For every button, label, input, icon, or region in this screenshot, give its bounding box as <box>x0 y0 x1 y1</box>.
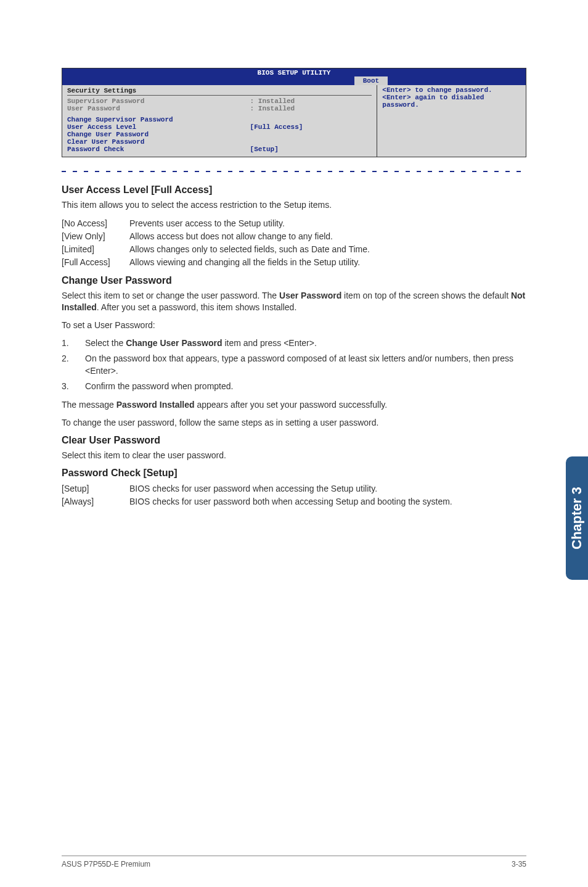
t: item on top of the screen shows the defa… <box>341 291 511 300</box>
t-bold: User Password <box>279 291 341 300</box>
bios-row-change-user: Change User Password <box>67 131 372 138</box>
t-bold: Password Installed <box>116 400 195 410</box>
def-desc: Allows changes only to selected fields, … <box>129 243 526 256</box>
bios-help-text: <Enter> to change password. <Enter> agai… <box>382 86 521 109</box>
bios-row-userpwd: User Password : Installed <box>67 105 372 112</box>
bios-row-pwd-check: Password Check [Setup] <box>67 146 372 153</box>
bios-body: Security Settings Supervisor Password : … <box>62 85 526 157</box>
def-row: [Full Access]Allows viewing and changing… <box>62 256 526 269</box>
bios-value: : Installed <box>250 105 372 112</box>
text-clp: Select this item to clear the user passw… <box>62 450 526 461</box>
text-ual-intro: This item allows you to select the acces… <box>62 199 526 211</box>
footer-left: ASUS P7P55D-E Premium <box>62 860 150 868</box>
bios-label: Supervisor Password <box>67 97 250 105</box>
bios-tabs: Boot <box>62 76 526 85</box>
heading-clp: Clear User Password <box>62 435 526 446</box>
bios-label: Change User Password <box>67 131 250 138</box>
step-text: Confirm the password when prompted. <box>85 381 526 393</box>
bios-row-clear-user: Clear User Password <box>67 138 372 146</box>
def-list-pwc: [Setup]BIOS checks for user password whe… <box>62 482 526 508</box>
step-num: 1. <box>62 337 85 350</box>
step-text: Select the Change User Password item and… <box>85 337 526 350</box>
heading-cup: Change User Password <box>62 275 526 286</box>
t: Select this item to set or change the us… <box>62 291 279 300</box>
bios-help-panel: <Enter> to change password. <Enter> agai… <box>377 85 526 157</box>
bios-value: [Full Access] <box>250 123 372 131</box>
def-term: [Setup] <box>62 482 129 495</box>
bios-row-ual: User Access Level [Full Access] <box>67 123 372 131</box>
def-desc: Allows viewing and changing all the fiel… <box>129 256 526 269</box>
def-row: [Limited]Allows changes only to selected… <box>62 243 526 256</box>
step-text: On the password box that appears, type a… <box>85 353 526 377</box>
def-row: [View Only]Allows access but does not al… <box>62 230 526 243</box>
t: The message <box>62 400 116 410</box>
t: . After you set a password, this item sh… <box>97 302 296 312</box>
step-item: 2.On the password box that appears, type… <box>62 353 526 377</box>
text-cup-p3: The message Password Installed appears a… <box>62 399 526 411</box>
text-cup-p2: To set a User Password: <box>62 320 526 331</box>
heading-ual: User Access Level [Full Access] <box>62 184 526 196</box>
def-term: [Limited] <box>62 243 129 256</box>
def-desc: BIOS checks for user password when acces… <box>129 482 526 495</box>
bios-label: Password Check <box>67 146 250 153</box>
bios-row-supervisor: Supervisor Password : Installed <box>67 97 372 105</box>
bios-title: BIOS SETUP UTILITY <box>62 68 526 76</box>
bios-value: [Setup] <box>250 146 372 153</box>
step-item: 1.Select the Change User Password item a… <box>62 337 526 350</box>
t: Select the <box>85 338 126 348</box>
text-cup-p1: Select this item to set or change the us… <box>62 290 526 313</box>
def-desc: BIOS checks for user password both when … <box>129 495 526 508</box>
def-row: [Always]BIOS checks for user password bo… <box>62 495 526 508</box>
def-desc: Allows access but does not allow change … <box>129 230 526 243</box>
def-row: [No Access]Prevents user access to the S… <box>62 217 526 230</box>
text-cup-p4: To change the user password, follow the … <box>62 417 526 429</box>
def-term: [Always] <box>62 495 129 508</box>
bios-value: : Installed <box>250 97 372 105</box>
chapter-tab-label: Chapter 3 <box>569 487 585 549</box>
step-num: 3. <box>62 381 85 393</box>
page: BIOS SETUP UTILITY Boot Security Setting… <box>0 0 588 887</box>
def-list-ual: [No Access]Prevents user access to the S… <box>62 217 526 269</box>
t: appears after you set your password succ… <box>195 400 388 410</box>
bios-bottom-divider <box>62 171 526 172</box>
def-desc: Prevents user access to the Setup utilit… <box>129 217 526 230</box>
bios-label: User Access Level <box>67 123 250 131</box>
bios-label: User Password <box>67 105 250 112</box>
tab-spacer <box>62 76 354 85</box>
heading-pwc: Password Check [Setup] <box>62 468 526 479</box>
def-row: [Setup]BIOS checks for user password whe… <box>62 482 526 495</box>
bios-label: Clear User Password <box>67 138 250 146</box>
bios-row-change-supervisor: Change Supervisor Password <box>67 116 372 123</box>
bios-label: Change Supervisor Password <box>67 116 250 123</box>
page-footer: ASUS P7P55D-E Premium 3-35 <box>62 856 526 868</box>
t: item and press <Enter>. <box>223 338 317 348</box>
step-num: 2. <box>62 353 85 377</box>
footer-right: 3-35 <box>512 860 526 868</box>
bios-screenshot: BIOS SETUP UTILITY Boot Security Setting… <box>62 68 526 157</box>
bios-section-title: Security Settings <box>67 86 372 96</box>
bios-left-panel: Security Settings Supervisor Password : … <box>62 85 377 157</box>
bios-tab-boot: Boot <box>354 76 388 85</box>
def-term: [No Access] <box>62 217 129 230</box>
def-term: [Full Access] <box>62 256 129 269</box>
steps-list: 1.Select the Change User Password item a… <box>62 337 526 393</box>
step-item: 3.Confirm the password when prompted. <box>62 381 526 393</box>
def-term: [View Only] <box>62 230 129 243</box>
t-bold: Change User Password <box>126 338 222 348</box>
chapter-tab: Chapter 3 <box>566 456 588 580</box>
